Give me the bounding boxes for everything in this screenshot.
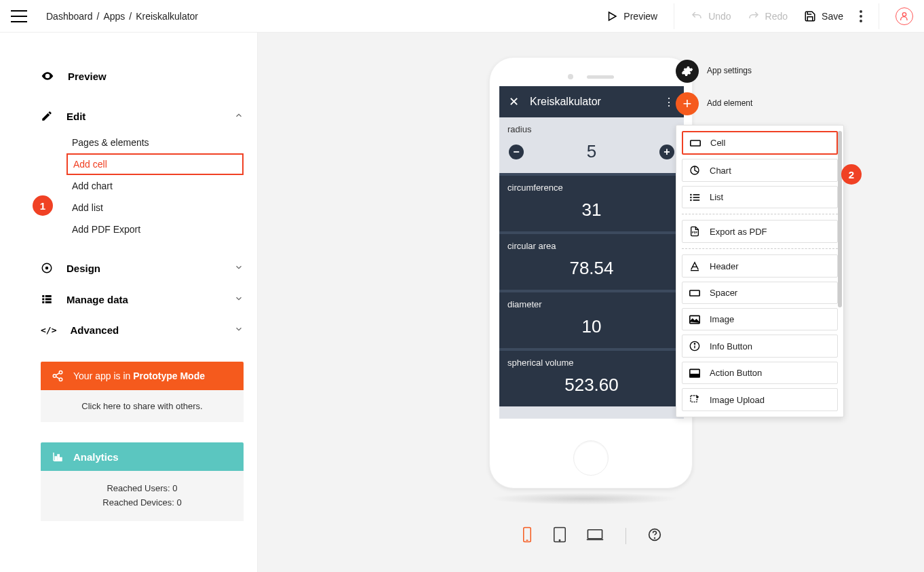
app-menu-icon[interactable]: ⋮ (663, 96, 674, 109)
add-element-button[interactable]: + (676, 92, 699, 115)
cell-volume[interactable]: spherical volume 523.60 (499, 348, 684, 406)
svg-point-30 (690, 193, 691, 195)
chevron-down-icon (234, 294, 244, 305)
svg-point-34 (690, 199, 691, 200)
cell-label: circular area (499, 234, 684, 251)
element-cell[interactable]: Cell (682, 131, 838, 155)
analytics-panel[interactable]: Analytics Reached Users: 0 Reached Devic… (41, 442, 244, 521)
share-text[interactable]: Click here to share with others. (41, 390, 244, 422)
redo-icon (748, 10, 760, 22)
plus-button[interactable]: + (659, 145, 674, 159)
sidebar-label: Manage data (66, 294, 128, 305)
element-upload[interactable]: Image Upload (682, 388, 838, 411)
sidebar-item-advanced[interactable]: </> Advanced (41, 315, 244, 345)
svg-line-14 (56, 377, 59, 379)
element-header[interactable]: Header (682, 254, 838, 278)
device-switcher (521, 527, 661, 546)
svg-point-32 (690, 196, 691, 197)
share-icon (52, 370, 64, 382)
cell-label: diameter (499, 292, 684, 309)
sidebar-label: Design (66, 263, 100, 274)
hamburger-menu-icon[interactable] (11, 10, 27, 22)
cell-label: spherical volume (499, 351, 684, 368)
element-label: List (710, 192, 723, 202)
svg-marker-0 (609, 12, 617, 20)
element-label: Info Button (710, 341, 752, 351)
preview-label: Preview (623, 11, 657, 22)
right-panel: App settings + Add element Cell Chart (676, 60, 844, 417)
app-settings-button[interactable] (676, 60, 699, 83)
element-chart[interactable]: Chart (682, 159, 838, 182)
analytics-title: Analytics (73, 451, 119, 463)
svg-point-27 (654, 538, 655, 539)
app-settings-label: App settings (707, 66, 752, 77)
element-pdf[interactable]: PDF Export as PDF (682, 220, 838, 243)
device-phone-icon[interactable] (521, 527, 533, 546)
cell-circumference[interactable]: circumference 31 (499, 173, 684, 231)
undo-button[interactable]: Undo (691, 10, 731, 22)
svg-rect-35 (693, 199, 700, 201)
svg-rect-18 (58, 455, 59, 461)
svg-rect-8 (42, 301, 44, 303)
breadcrumb-current[interactable]: Kreiskalkulator (136, 11, 198, 22)
breadcrumb-dashboard[interactable]: Dashboard (46, 11, 93, 22)
svg-rect-7 (45, 299, 52, 301)
svg-rect-9 (45, 301, 52, 303)
save-icon (804, 10, 816, 22)
sidebar-label: Advanced (70, 324, 119, 336)
add-element-label: Add element (707, 98, 752, 109)
sidebar-item-design[interactable]: Design (41, 252, 244, 284)
svg-rect-4 (42, 295, 44, 297)
element-action[interactable]: Action Button (682, 362, 838, 384)
sidebar-sub-addlist[interactable]: Add list (41, 197, 244, 218)
prototype-banner[interactable]: Your app is in Prototype Mode Click here… (41, 362, 244, 422)
design-icon (41, 262, 53, 274)
svg-point-1 (902, 12, 906, 16)
cell-radius[interactable]: radius − 5 + (499, 117, 684, 173)
more-menu-icon[interactable] (860, 10, 862, 22)
cell-value: 10 (499, 309, 684, 348)
svg-line-13 (56, 373, 59, 375)
cell-value: 31 (499, 193, 684, 231)
element-spacer[interactable]: Spacer (682, 282, 838, 304)
element-image[interactable]: Image (682, 308, 838, 330)
undo-label: Undo (708, 11, 731, 22)
play-icon (606, 10, 618, 22)
element-info[interactable]: Info Button (682, 335, 838, 358)
close-icon[interactable]: ✕ (509, 94, 519, 109)
cell-label: circumference (499, 176, 684, 193)
svg-rect-39 (690, 290, 699, 296)
minus-button[interactable]: − (509, 145, 524, 159)
redo-button[interactable]: Redo (748, 10, 788, 22)
spacer-icon (689, 288, 700, 298)
sidebar-item-preview[interactable]: Preview (41, 60, 244, 92)
chart-icon (52, 451, 64, 463)
user-avatar[interactable] (896, 7, 913, 25)
home-button[interactable] (573, 440, 609, 476)
sidebar-sub-addcell[interactable]: Add cell (66, 153, 244, 175)
analytics-devices: Reached Devices: 0 (52, 496, 233, 510)
device-tablet-icon[interactable] (552, 527, 567, 546)
cell-diameter[interactable]: diameter 10 (499, 290, 684, 348)
sidebar-sub-addpdf[interactable]: Add PDF Export (41, 218, 244, 240)
cell-area[interactable]: circular area 78.54 (499, 231, 684, 290)
svg-rect-31 (693, 194, 700, 195)
analytics-users: Reached Users: 0 (52, 482, 233, 496)
sidebar-item-managedata[interactable]: Manage data (41, 284, 244, 315)
save-button[interactable]: Save (804, 10, 843, 22)
device-desktop-icon[interactable] (586, 528, 604, 544)
svg-rect-46 (691, 396, 697, 402)
data-icon (41, 293, 53, 305)
sidebar: Preview Edit Pages & elements Add cell A… (0, 33, 258, 572)
element-list[interactable]: List (682, 186, 838, 208)
phone-speaker (587, 75, 614, 79)
sidebar-item-edit[interactable]: Edit (41, 100, 244, 132)
preview-button[interactable]: Preview (606, 10, 657, 22)
sidebar-sub-pages[interactable]: Pages & elements (41, 132, 244, 153)
breadcrumb-apps[interactable]: Apps (103, 11, 125, 22)
element-label: Image (710, 314, 734, 324)
chevron-down-icon (234, 324, 244, 336)
sidebar-sub-addchart[interactable]: Add chart (41, 175, 244, 197)
svg-rect-19 (60, 458, 62, 461)
help-icon[interactable] (648, 528, 661, 544)
